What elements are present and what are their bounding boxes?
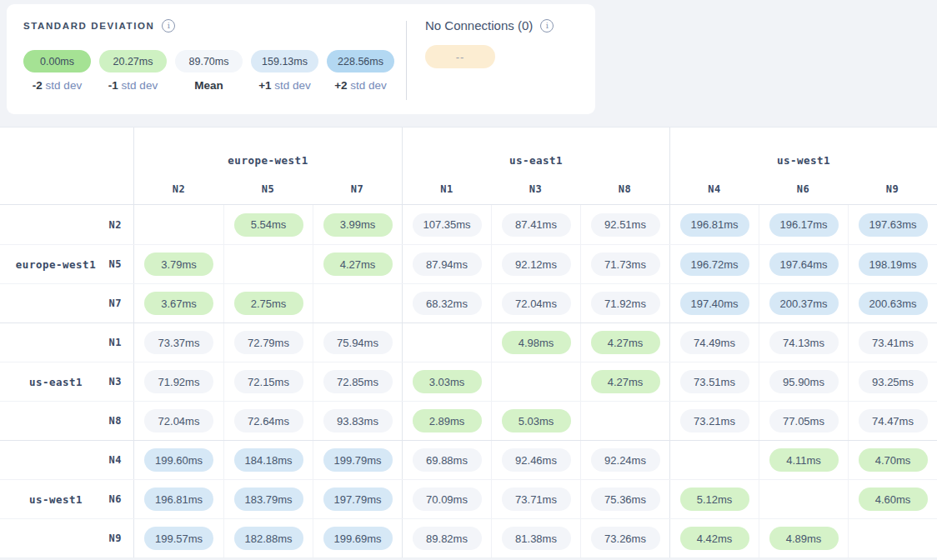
latency-cell[interactable]: 77.05ms (759, 402, 848, 440)
latency-cell[interactable]: 92.51ms (580, 205, 669, 244)
row-node-label[interactable]: N8 (100, 415, 122, 427)
latency-cell[interactable]: 4.27ms (580, 362, 669, 401)
latency-cell[interactable]: 197.63ms (848, 205, 937, 244)
latency-cell[interactable]: 72.04ms (134, 402, 223, 440)
region-column-header: us-east1 (402, 128, 669, 174)
latency-cell[interactable]: 74.47ms (848, 402, 937, 440)
latency-cell[interactable]: 196.81ms (134, 480, 223, 518)
row-node-label[interactable]: N9 (100, 532, 122, 544)
latency-pill: 183.79ms (234, 488, 303, 511)
latency-cell[interactable]: 73.21ms (669, 402, 759, 440)
latency-cell[interactable]: 73.51ms (669, 362, 759, 401)
latency-cell[interactable]: 107.35ms (402, 205, 491, 244)
latency-cell[interactable]: 70.09ms (402, 480, 491, 518)
latency-pill: 197.79ms (323, 488, 393, 511)
node-column-header[interactable]: N9 (848, 174, 937, 204)
latency-cell[interactable]: 199.60ms (134, 441, 223, 479)
matrix-row: N872.04ms72.64ms93.83ms2.89ms5.03ms73.21… (0, 401, 937, 440)
latency-cell[interactable]: 5.12ms (669, 480, 759, 518)
latency-cell[interactable]: 4.98ms (491, 323, 580, 362)
row-node-label[interactable]: N7 (100, 298, 122, 309)
latency-cell[interactable]: 4.70ms (848, 441, 937, 479)
latency-cell[interactable]: 71.92ms (134, 362, 223, 401)
node-column-header[interactable]: N2 (134, 174, 223, 204)
row-label: N1 (0, 323, 134, 362)
latency-cell[interactable]: 74.13ms (759, 323, 848, 362)
latency-cell[interactable]: 75.36ms (580, 480, 669, 518)
latency-cell[interactable]: 196.17ms (759, 205, 848, 244)
latency-cell[interactable]: 3.99ms (313, 205, 402, 244)
latency-cell[interactable]: 87.94ms (402, 245, 491, 283)
latency-cell[interactable]: 73.37ms (134, 323, 223, 362)
latency-cell[interactable]: 89.82ms (402, 519, 491, 558)
matrix-row: europe-west1N53.79ms4.27ms87.94ms92.12ms… (0, 244, 937, 283)
row-node-label[interactable]: N2 (100, 219, 122, 231)
latency-cell[interactable]: 5.54ms (223, 205, 313, 244)
latency-cell[interactable]: 196.72ms (669, 245, 759, 283)
latency-cell[interactable]: 75.94ms (313, 323, 402, 362)
latency-cell[interactable]: 2.89ms (402, 402, 491, 440)
latency-cell[interactable]: 183.79ms (223, 480, 313, 518)
latency-cell[interactable]: 73.41ms (848, 323, 937, 362)
latency-cell[interactable]: 73.71ms (491, 480, 580, 518)
latency-cell[interactable]: 4.60ms (848, 480, 937, 518)
row-node-label[interactable]: N6 (100, 493, 122, 505)
latency-cell[interactable]: 92.24ms (580, 441, 669, 479)
latency-cell[interactable]: 87.41ms (491, 205, 580, 244)
latency-cell[interactable]: 72.64ms (223, 402, 313, 440)
node-column-header[interactable]: N1 (402, 174, 491, 204)
info-icon[interactable]: i (540, 19, 554, 32)
latency-cell[interactable]: 196.81ms (669, 205, 759, 244)
info-icon[interactable]: i (162, 19, 175, 32)
row-node-label[interactable]: N1 (100, 337, 122, 348)
latency-cell[interactable]: 4.11ms (759, 441, 848, 479)
latency-cell[interactable]: 197.40ms (669, 284, 759, 322)
latency-cell[interactable]: 198.19ms (848, 245, 937, 283)
node-column-header[interactable]: N4 (669, 174, 759, 204)
latency-cell[interactable]: 72.04ms (491, 284, 580, 322)
latency-cell[interactable]: 92.46ms (491, 441, 580, 479)
latency-cell[interactable]: 4.42ms (669, 519, 759, 558)
latency-cell[interactable]: 199.79ms (313, 441, 402, 479)
latency-cell[interactable]: 3.67ms (134, 284, 223, 322)
latency-cell[interactable]: 71.73ms (580, 245, 669, 283)
latency-cell[interactable]: 3.03ms (402, 362, 491, 401)
latency-cell[interactable]: 3.79ms (134, 245, 223, 283)
node-column-header[interactable]: N3 (491, 174, 580, 204)
latency-cell[interactable]: 93.83ms (313, 402, 402, 440)
latency-cell[interactable]: 72.85ms (313, 362, 402, 401)
latency-cell[interactable]: 68.32ms (402, 284, 491, 322)
latency-cell[interactable]: 93.25ms (848, 362, 937, 401)
latency-cell[interactable]: 182.88ms (223, 519, 313, 558)
row-node-label[interactable]: N3 (100, 376, 122, 388)
row-node-label[interactable]: N4 (100, 454, 122, 466)
latency-cell[interactable]: 200.37ms (759, 284, 848, 322)
node-column-header[interactable]: N5 (223, 174, 313, 204)
row-node-label[interactable]: N5 (100, 258, 122, 270)
latency-cell[interactable]: 4.27ms (313, 245, 402, 283)
latency-cell[interactable]: 81.38ms (491, 519, 580, 558)
latency-cell[interactable]: 73.26ms (580, 519, 669, 558)
latency-cell[interactable]: 72.79ms (223, 323, 313, 362)
latency-cell[interactable]: 197.64ms (759, 245, 848, 283)
latency-cell[interactable]: 184.18ms (223, 441, 313, 479)
latency-cell[interactable]: 95.90ms (759, 362, 848, 401)
latency-cell[interactable]: 5.03ms (491, 402, 580, 440)
node-column-header[interactable]: N6 (759, 174, 848, 204)
latency-cell[interactable]: 199.57ms (134, 519, 223, 558)
legend-stop-pill: 20.27ms (99, 50, 167, 72)
latency-cell[interactable]: 72.15ms (223, 362, 313, 401)
latency-cell[interactable]: 200.63ms (848, 284, 937, 322)
latency-cell[interactable]: 74.49ms (669, 323, 759, 362)
latency-cell[interactable]: 199.69ms (313, 519, 402, 558)
region-column-header: europe-west1 (134, 128, 402, 174)
latency-cell[interactable]: 92.12ms (491, 245, 580, 283)
node-column-header[interactable]: N8 (580, 174, 669, 204)
latency-cell[interactable]: 197.79ms (313, 480, 402, 518)
latency-cell[interactable]: 69.88ms (402, 441, 491, 479)
latency-cell[interactable]: 2.75ms (223, 284, 313, 322)
latency-cell[interactable]: 4.27ms (580, 323, 669, 362)
latency-cell[interactable]: 71.92ms (580, 284, 669, 322)
latency-cell[interactable]: 4.89ms (759, 519, 848, 558)
node-column-header[interactable]: N7 (313, 174, 402, 204)
